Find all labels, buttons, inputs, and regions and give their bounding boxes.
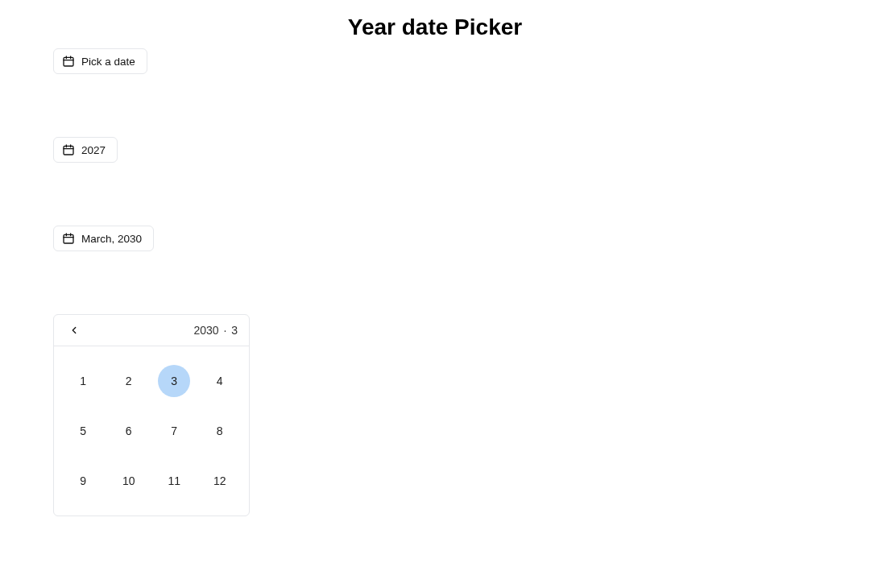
popup-header-label[interactable]: 2030 · 3 [193, 324, 238, 337]
month-cell-8[interactable]: 8 [197, 406, 243, 456]
date-picker-input-year[interactable]: 2027 [53, 137, 118, 163]
date-picker-label: 2027 [81, 144, 106, 156]
month-cell-3[interactable]: 3 [151, 356, 197, 406]
chevron-left-icon [68, 325, 80, 336]
month-cell-label: 7 [171, 424, 177, 437]
month-cell-12[interactable]: 12 [197, 456, 243, 506]
month-cell-7[interactable]: 7 [151, 406, 197, 456]
date-picker-row-empty: Pick a date [53, 48, 870, 74]
svg-rect-0 [64, 57, 73, 66]
calendar-icon [62, 143, 75, 156]
month-cell-4[interactable]: 4 [197, 356, 243, 406]
month-cell-label: 10 [122, 474, 135, 487]
month-cell-9[interactable]: 9 [60, 456, 106, 506]
month-cell-label: 12 [213, 474, 226, 487]
svg-rect-4 [64, 146, 73, 155]
month-cell-10[interactable]: 10 [106, 456, 152, 506]
date-picker-input-empty[interactable]: Pick a date [53, 48, 147, 74]
date-picker-label: Pick a date [81, 56, 135, 68]
date-picker-row-month: March, 2030 [53, 226, 870, 251]
month-cell-label: 11 [168, 474, 180, 487]
month-cell-label: 3 [171, 375, 177, 387]
month-cell-5[interactable]: 5 [60, 406, 106, 456]
popup-header-month: 3 [231, 324, 238, 337]
month-cell-11[interactable]: 11 [151, 456, 197, 506]
popup-header-separator: · [222, 324, 228, 337]
month-cell-label: 9 [80, 474, 86, 487]
month-cell-label: 8 [217, 424, 223, 437]
month-grid: 123456789101112 [54, 346, 249, 516]
month-cell-label: 1 [80, 375, 86, 387]
month-picker-popup: 2030 · 3 123456789101112 [53, 314, 250, 516]
date-picker-label: March, 2030 [81, 233, 142, 245]
date-picker-row-year: 2027 [53, 137, 870, 163]
month-cell-label: 4 [217, 375, 223, 387]
month-cell-label: 5 [80, 424, 86, 437]
calendar-icon [62, 55, 75, 68]
page-title: Year date Picker [0, 0, 870, 48]
month-cell-label: 6 [126, 424, 132, 437]
calendar-icon [62, 232, 75, 245]
month-cell-6[interactable]: 6 [106, 406, 152, 456]
prev-button[interactable] [65, 321, 83, 339]
month-cell-label: 2 [126, 375, 132, 387]
month-cell-1[interactable]: 1 [60, 356, 106, 406]
date-picker-input-month[interactable]: March, 2030 [53, 226, 154, 251]
popup-header-year: 2030 [193, 324, 218, 337]
popup-header: 2030 · 3 [54, 315, 249, 346]
month-cell-2[interactable]: 2 [106, 356, 152, 406]
svg-rect-8 [64, 234, 73, 243]
